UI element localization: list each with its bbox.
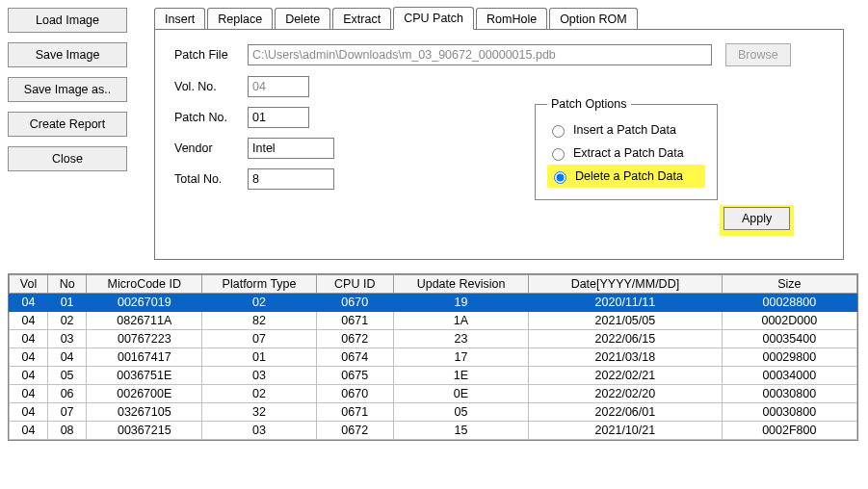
total-no-input[interactable] (248, 168, 334, 190)
table-row[interactable]: 040800367215030672152021/10/210002F800 (10, 422, 857, 440)
cell-size: 0002F800 (722, 422, 856, 440)
col-microcode-id[interactable]: MicroCode ID (87, 275, 202, 294)
cell-upd: 17 (393, 348, 528, 367)
table-row[interactable]: 04050036751E0306751E2022/02/2100034000 (10, 367, 857, 385)
app-window: Load Image Save Image Save Image as.. Cr… (0, 0, 868, 260)
patch-options-legend: Patch Options (547, 97, 631, 111)
cell-pt: 32 (202, 403, 316, 422)
cell-size: 00030800 (722, 385, 856, 403)
total-no-label: Total No. (174, 172, 248, 186)
tab-delete[interactable]: Delete (275, 8, 330, 30)
table-row[interactable]: 040100267019020670192020/11/1100028800 (10, 294, 857, 312)
tab-cpu-patch[interactable]: CPU Patch (393, 7, 474, 30)
table-row[interactable]: 04060026700E0206700E2022/02/2000030800 (10, 385, 857, 403)
patch-file-input[interactable] (248, 44, 712, 65)
cell-size: 00029800 (722, 348, 856, 367)
cell-cpu: 0672 (316, 330, 393, 348)
cell-vol: 04 (10, 367, 48, 385)
cell-vol: 04 (10, 330, 48, 348)
cell-upd: 05 (393, 403, 528, 422)
microcode-table[interactable]: Vol No MicroCode ID Platform Type CPU ID… (9, 274, 857, 440)
col-platform-type[interactable]: Platform Type (202, 275, 316, 294)
radio-delete-patch[interactable]: Delete a Patch Data (547, 165, 705, 188)
table-row[interactable]: 040300767223070672232022/06/1500035400 (10, 330, 857, 348)
cell-mc: 00267019 (87, 294, 202, 312)
radio-extract-patch-label: Extract a Patch Data (573, 146, 684, 160)
cell-no: 02 (48, 312, 87, 330)
vol-no-input[interactable] (248, 76, 309, 97)
cell-date: 2021/05/05 (529, 312, 722, 330)
cell-no: 07 (48, 403, 87, 422)
cell-pt: 01 (202, 348, 316, 367)
cell-pt: 02 (202, 294, 316, 312)
vendor-label: Vendor (174, 142, 248, 155)
col-date[interactable]: Date[YYYY/MM/DD] (529, 275, 722, 294)
save-image-button[interactable]: Save Image (8, 42, 127, 67)
table-row[interactable]: 040703267105320671052022/06/0100030800 (10, 403, 857, 422)
col-update-revision[interactable]: Update Revision (393, 275, 528, 294)
cell-date: 2022/06/01 (529, 403, 722, 422)
cell-mc: 0826711A (87, 312, 202, 330)
table-header-row: Vol No MicroCode ID Platform Type CPU ID… (10, 275, 857, 294)
col-cpu-id[interactable]: CPU ID (316, 275, 393, 294)
microcode-table-wrap: Vol No MicroCode ID Platform Type CPU ID… (8, 273, 858, 441)
cell-cpu: 0671 (316, 312, 393, 330)
radio-delete-patch-label: Delete a Patch Data (575, 169, 683, 183)
cell-mc: 00767223 (87, 330, 202, 348)
save-image-as-button[interactable]: Save Image as.. (8, 77, 127, 102)
tab-insert[interactable]: Insert (154, 8, 205, 30)
patch-no-input[interactable] (248, 107, 309, 128)
patch-file-label: Patch File (174, 48, 248, 62)
radio-insert-patch-label: Insert a Patch Data (573, 123, 676, 137)
cell-date: 2021/03/18 (529, 348, 722, 367)
radio-extract-patch[interactable]: Extract a Patch Data (547, 142, 705, 165)
tab-replace[interactable]: Replace (207, 8, 273, 30)
radio-insert-patch[interactable]: Insert a Patch Data (547, 118, 705, 142)
radio-delete-patch-input[interactable] (554, 171, 566, 184)
cell-date: 2021/10/21 (529, 422, 722, 440)
cell-cpu: 0672 (316, 422, 393, 440)
cell-upd: 19 (393, 294, 528, 312)
vendor-input[interactable] (248, 138, 334, 159)
cell-size: 00034000 (722, 367, 856, 385)
tab-extract[interactable]: Extract (332, 8, 391, 30)
cell-no: 04 (48, 348, 87, 367)
cell-no: 08 (48, 422, 87, 440)
vol-no-label: Vol. No. (174, 80, 248, 93)
cell-vol: 04 (10, 294, 48, 312)
cell-cpu: 0670 (316, 294, 393, 312)
apply-highlight: Apply (720, 205, 794, 236)
cell-size: 00035400 (722, 330, 856, 348)
cell-no: 06 (48, 385, 87, 403)
cell-date: 2022/02/20 (529, 385, 722, 403)
cell-cpu: 0675 (316, 367, 393, 385)
cell-date: 2022/06/15 (529, 330, 722, 348)
apply-button[interactable]: Apply (723, 207, 790, 230)
cell-mc: 00167417 (87, 348, 202, 367)
cell-mc: 0026700E (87, 385, 202, 403)
left-sidebar: Load Image Save Image Save Image as.. Cr… (8, 6, 143, 260)
tab-option-rom[interactable]: Option ROM (549, 8, 637, 30)
browse-button[interactable]: Browse (725, 43, 791, 66)
cell-date: 2020/11/11 (529, 294, 722, 312)
col-vol[interactable]: Vol (10, 275, 48, 294)
col-size[interactable]: Size (722, 275, 856, 294)
cell-mc: 03267105 (87, 403, 202, 422)
table-row[interactable]: 040400167417010674172021/03/1800029800 (10, 348, 857, 367)
load-image-button[interactable]: Load Image (8, 8, 127, 33)
create-report-button[interactable]: Create Report (8, 112, 127, 137)
radio-extract-patch-input[interactable] (552, 148, 565, 161)
cell-cpu: 0670 (316, 385, 393, 403)
cell-pt: 07 (202, 330, 316, 348)
tabs-row: Insert Replace Delete Extract CPU Patch … (154, 6, 862, 29)
table-row[interactable]: 04020826711A8206711A2021/05/050002D000 (10, 312, 857, 330)
cell-no: 05 (48, 367, 87, 385)
tab-romhole[interactable]: RomHole (476, 8, 547, 30)
col-no[interactable]: No (48, 275, 87, 294)
cell-vol: 04 (10, 385, 48, 403)
close-button[interactable]: Close (8, 146, 127, 171)
cell-vol: 04 (10, 312, 48, 330)
cell-pt: 03 (202, 367, 316, 385)
cell-upd: 1E (393, 367, 528, 385)
radio-insert-patch-input[interactable] (552, 125, 565, 138)
